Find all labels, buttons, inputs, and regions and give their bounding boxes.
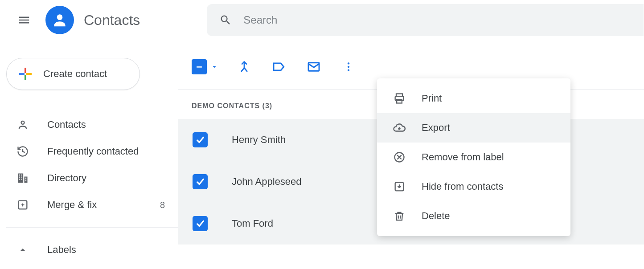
menu-item-print[interactable]: Print [377,84,570,113]
menu-item-label: Remove from label [422,151,504,163]
label-icon [272,60,286,74]
merge-fix-badge: 8 [160,200,165,210]
app-title: Contacts [84,12,140,29]
header: Contacts [0,0,644,40]
person-icon [51,12,68,29]
menu-item-hide[interactable]: Hide from contacts [377,172,570,201]
more-actions-button[interactable] [340,58,357,76]
svg-rect-3 [19,73,25,75]
row-checkbox[interactable] [193,216,208,231]
cloud-download-icon [393,121,406,134]
svg-point-9 [348,62,349,64]
merge-icon [238,60,251,73]
chevron-down-icon [210,63,218,71]
sidebar-item-label: Contacts [47,119,86,130]
row-checkbox[interactable] [193,132,208,147]
sidebar-item-label: Merge & fix [47,199,97,211]
menu-item-label: Delete [422,210,450,222]
svg-rect-1 [25,68,26,73]
app-logo [45,6,74,34]
toolbar [178,53,644,80]
merge-button[interactable] [235,58,253,76]
sidebar-item-label: Directory [47,172,86,184]
history-icon [16,145,29,158]
print-icon [393,92,406,105]
search-bar[interactable] [207,4,644,36]
svg-rect-7 [197,66,202,68]
create-contact-button[interactable]: Create contact [6,58,140,90]
sidebar-item-contacts[interactable]: Contacts [6,111,178,138]
sidebar-divider [6,227,178,228]
main-menu-button[interactable] [13,9,35,31]
sidebar: Create contact Contacts Frequently conta… [0,40,178,263]
label-button[interactable] [270,58,288,76]
menu-item-label: Print [422,93,442,104]
search-icon [219,14,232,26]
svg-point-11 [348,69,349,71]
create-contact-label: Create contact [43,68,107,80]
svg-rect-2 [25,75,26,80]
check-icon [195,177,205,187]
sidebar-item-directory[interactable]: Directory [6,165,178,192]
svg-point-5 [21,121,25,124]
trash-icon [393,210,406,222]
menu-item-delete[interactable]: Delete [377,201,570,231]
sidebar-item-labels[interactable]: Labels [6,236,178,263]
person-outline-icon [16,118,29,131]
plus-icon [17,66,33,82]
menu-item-label: Hide from contacts [422,181,503,192]
more-vert-icon [343,61,354,73]
svg-rect-4 [26,73,32,75]
svg-point-0 [57,14,63,20]
menu-item-export[interactable]: Export [377,113,570,143]
sparkle-icon [16,199,29,211]
indeterminate-icon [195,62,204,71]
svg-point-10 [348,66,349,68]
row-checkbox[interactable] [193,174,208,189]
selection-indicator[interactable] [192,59,218,74]
sidebar-item-frequent[interactable]: Frequently contacted [6,138,178,165]
search-input[interactable] [243,14,644,26]
email-button[interactable] [305,58,323,76]
chevron-up-icon [17,245,28,255]
menu-item-label: Export [422,122,450,134]
mail-icon [307,60,321,74]
building-icon [16,172,29,184]
sidebar-item-label: Labels [47,244,76,256]
archive-icon [393,180,406,193]
sidebar-item-label: Frequently contacted [47,146,139,157]
menu-item-remove-label[interactable]: Remove from label [377,143,570,172]
check-icon [195,219,205,228]
sidebar-item-merge-fix[interactable]: Merge & fix 8 [6,192,178,218]
more-actions-menu: Print Export Remove from label Hide from… [377,78,570,236]
hamburger-icon [17,13,31,27]
check-icon [195,135,205,145]
remove-circle-icon [393,151,406,163]
